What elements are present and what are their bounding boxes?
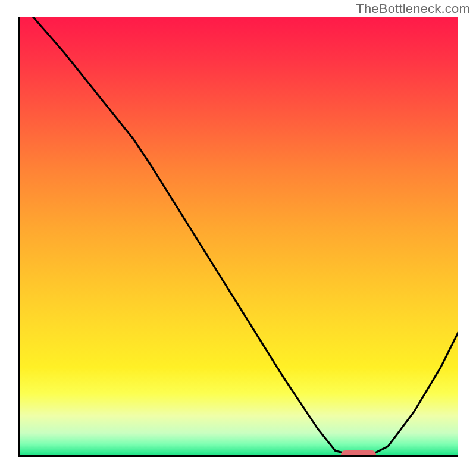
bottleneck-curve-path (33, 17, 458, 455)
watermark-text: TheBottleneck.com (356, 1, 470, 17)
chart-container: TheBottleneck.com (0, 0, 476, 476)
plot-area (18, 17, 458, 457)
optimal-marker (341, 450, 376, 457)
curve-svg (20, 17, 458, 455)
